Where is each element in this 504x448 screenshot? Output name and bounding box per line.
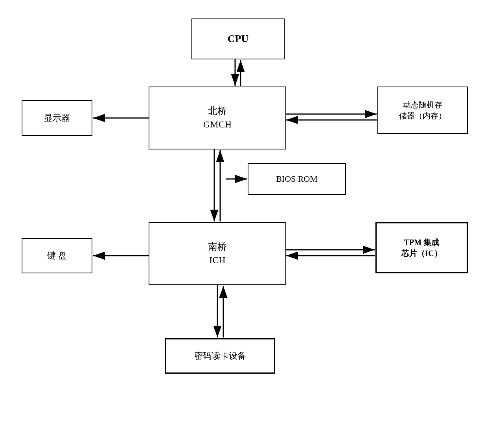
north-bridge-label: 北桥GMCH	[203, 105, 232, 131]
cpu-box: CPU	[191, 18, 285, 59]
north-bridge-box: 北桥GMCH	[149, 87, 286, 149]
south-bridge-label: 南桥ICH	[208, 240, 227, 267]
keyboard-box: 键 盘	[22, 238, 92, 273]
diagram: CPU 北桥GMCH 显示器 动态随机存储器（内存） BIOS ROM 南桥IC…	[0, 0, 504, 448]
keyboard-label: 键 盘	[47, 250, 67, 262]
cpu-label: CPU	[228, 32, 248, 46]
card-reader-label: 密码读卡设备	[194, 350, 246, 362]
display-label: 显示器	[44, 112, 70, 124]
tpm-box: TPM 集成芯片（IC）	[375, 222, 468, 273]
bios-box: BIOS ROM	[248, 163, 346, 195]
south-bridge-box: 南桥ICH	[149, 222, 286, 285]
ram-label: 动态随机存储器（内存）	[399, 99, 446, 121]
display-box: 显示器	[22, 100, 92, 136]
tpm-label: TPM 集成芯片（IC）	[401, 237, 441, 259]
card-reader-box: 密码读卡设备	[165, 338, 275, 374]
bios-label: BIOS ROM	[276, 173, 318, 185]
ram-box: 动态随机存储器（内存）	[377, 87, 468, 134]
